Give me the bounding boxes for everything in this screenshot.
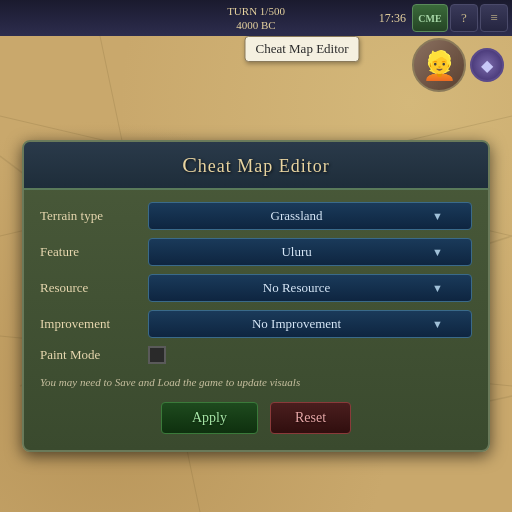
button-row: Apply Reset [24, 402, 488, 434]
dialog-title: Cheat Map Editor [40, 152, 472, 178]
feature-arrow: ▼ [432, 246, 443, 258]
resource-row: Resource No Resource ▼ [40, 274, 472, 302]
terrain-type-value: Grassland [161, 208, 432, 224]
feature-row: Feature Uluru ▼ [40, 238, 472, 266]
date-label: 4000 BC [227, 18, 285, 32]
turn-label: TURN 1/500 [227, 4, 285, 18]
paint-mode-checkbox[interactable] [148, 346, 166, 364]
terrain-type-select[interactable]: Grassland ▼ [148, 202, 472, 230]
cme-button[interactable]: CME [412, 4, 448, 32]
paint-mode-row: Paint Mode [40, 346, 472, 364]
resource-select[interactable]: No Resource ▼ [148, 274, 472, 302]
help-button[interactable]: ? [450, 4, 478, 32]
improvement-select[interactable]: No Improvement ▼ [148, 310, 472, 338]
time-display: 17:36 [379, 11, 406, 26]
hint-text: You may need to Save and Load the game t… [40, 372, 472, 398]
avatar[interactable]: 👱 [412, 38, 466, 92]
paint-mode-label: Paint Mode [40, 347, 140, 363]
tooltip: Cheat Map Editor [244, 36, 359, 62]
feature-value: Uluru [161, 244, 432, 260]
dialog-title-bar: Cheat Map Editor [24, 142, 488, 190]
resource-arrow: ▼ [432, 282, 443, 294]
terrain-type-arrow: ▼ [432, 210, 443, 222]
resource-label: Resource [40, 280, 140, 296]
avatar-area: 👱 ◆ [412, 38, 504, 92]
civ-badge: ◆ [470, 48, 504, 82]
resource-value: No Resource [161, 280, 432, 296]
title-cap: C [182, 152, 198, 177]
turn-info: TURN 1/500 4000 BC [227, 4, 285, 33]
form-body: Terrain type Grassland ▼ Feature Uluru ▼… [24, 190, 488, 402]
tooltip-text: Cheat Map Editor [255, 41, 348, 56]
apply-button[interactable]: Apply [161, 402, 258, 434]
terrain-type-label: Terrain type [40, 208, 140, 224]
improvement-value: No Improvement [161, 316, 432, 332]
top-bar: TURN 1/500 4000 BC 17:36 CME ? ≡ [0, 0, 512, 36]
menu-button[interactable]: ≡ [480, 4, 508, 32]
cheat-map-editor-dialog: Cheat Map Editor Terrain type Grassland … [22, 140, 490, 452]
feature-label: Feature [40, 244, 140, 260]
feature-select[interactable]: Uluru ▼ [148, 238, 472, 266]
improvement-label: Improvement [40, 316, 140, 332]
terrain-type-row: Terrain type Grassland ▼ [40, 202, 472, 230]
title-rest: heat Map Editor [198, 156, 330, 176]
improvement-arrow: ▼ [432, 318, 443, 330]
reset-button[interactable]: Reset [270, 402, 351, 434]
improvement-row: Improvement No Improvement ▼ [40, 310, 472, 338]
